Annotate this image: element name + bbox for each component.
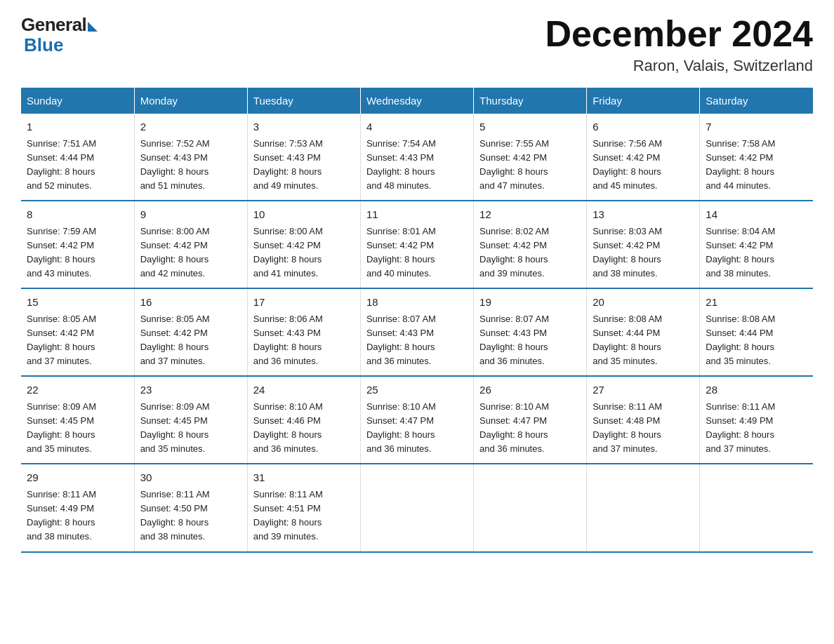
day-info: Sunrise: 8:10 AMSunset: 4:47 PMDaylight:… bbox=[479, 400, 581, 457]
day-number: 5 bbox=[479, 119, 581, 135]
location-label: Raron, Valais, Switzerland bbox=[545, 57, 813, 75]
day-cell: 26Sunrise: 8:10 AMSunset: 4:47 PMDayligh… bbox=[474, 376, 587, 464]
day-number: 4 bbox=[366, 119, 468, 135]
day-cell: 24Sunrise: 8:10 AMSunset: 4:46 PMDayligh… bbox=[247, 376, 360, 464]
day-cell: 23Sunrise: 8:09 AMSunset: 4:45 PMDayligh… bbox=[134, 376, 247, 464]
day-cell: 5Sunrise: 7:55 AMSunset: 4:42 PMDaylight… bbox=[474, 114, 587, 201]
day-info: Sunrise: 7:55 AMSunset: 4:42 PMDaylight:… bbox=[479, 137, 581, 194]
week-row-1: 1Sunrise: 7:51 AMSunset: 4:44 PMDaylight… bbox=[21, 114, 813, 201]
column-header-saturday: Saturday bbox=[700, 88, 813, 114]
day-number: 17 bbox=[253, 295, 355, 311]
day-number: 31 bbox=[253, 470, 355, 486]
day-cell: 10Sunrise: 8:00 AMSunset: 4:42 PMDayligh… bbox=[247, 201, 360, 288]
day-number: 14 bbox=[706, 207, 807, 223]
day-info: Sunrise: 7:51 AMSunset: 4:44 PMDaylight:… bbox=[27, 137, 128, 194]
day-info: Sunrise: 8:00 AMSunset: 4:42 PMDaylight:… bbox=[140, 224, 241, 281]
day-number: 7 bbox=[706, 119, 807, 135]
day-info: Sunrise: 8:02 AMSunset: 4:42 PMDaylight:… bbox=[479, 224, 581, 281]
calendar-header-row: SundayMondayTuesdayWednesdayThursdayFrid… bbox=[21, 88, 813, 114]
day-cell bbox=[587, 464, 700, 551]
day-info: Sunrise: 8:05 AMSunset: 4:42 PMDaylight:… bbox=[27, 312, 128, 369]
day-number: 24 bbox=[253, 382, 355, 398]
day-cell: 13Sunrise: 8:03 AMSunset: 4:42 PMDayligh… bbox=[587, 201, 700, 288]
day-cell: 18Sunrise: 8:07 AMSunset: 4:43 PMDayligh… bbox=[360, 288, 473, 376]
week-row-4: 22Sunrise: 8:09 AMSunset: 4:45 PMDayligh… bbox=[21, 376, 813, 464]
logo: General Blue bbox=[21, 14, 98, 56]
day-info: Sunrise: 8:01 AMSunset: 4:42 PMDaylight:… bbox=[366, 224, 468, 281]
day-number: 6 bbox=[593, 119, 694, 135]
day-number: 29 bbox=[27, 470, 128, 486]
day-info: Sunrise: 8:08 AMSunset: 4:44 PMDaylight:… bbox=[706, 312, 807, 369]
column-header-friday: Friday bbox=[587, 88, 700, 114]
column-header-sunday: Sunday bbox=[21, 88, 134, 114]
day-info: Sunrise: 8:11 AMSunset: 4:49 PMDaylight:… bbox=[27, 488, 128, 544]
page-header: General Blue December 2024 Raron, Valais… bbox=[21, 14, 813, 75]
day-cell: 30Sunrise: 8:11 AMSunset: 4:50 PMDayligh… bbox=[134, 464, 247, 551]
column-header-tuesday: Tuesday bbox=[247, 88, 360, 114]
day-cell bbox=[360, 464, 473, 551]
logo-triangle-icon bbox=[88, 22, 98, 32]
day-info: Sunrise: 7:53 AMSunset: 4:43 PMDaylight:… bbox=[253, 137, 355, 194]
day-number: 19 bbox=[479, 295, 581, 311]
day-cell: 14Sunrise: 8:04 AMSunset: 4:42 PMDayligh… bbox=[700, 201, 813, 288]
day-number: 20 bbox=[593, 295, 694, 311]
day-info: Sunrise: 8:07 AMSunset: 4:43 PMDaylight:… bbox=[479, 312, 581, 369]
day-cell: 20Sunrise: 8:08 AMSunset: 4:44 PMDayligh… bbox=[587, 288, 700, 376]
day-number: 12 bbox=[479, 207, 581, 223]
day-cell: 25Sunrise: 8:10 AMSunset: 4:47 PMDayligh… bbox=[360, 376, 473, 464]
day-number: 23 bbox=[140, 382, 241, 398]
day-cell: 28Sunrise: 8:11 AMSunset: 4:49 PMDayligh… bbox=[700, 376, 813, 464]
day-info: Sunrise: 7:59 AMSunset: 4:42 PMDaylight:… bbox=[27, 224, 128, 281]
calendar-table: SundayMondayTuesdayWednesdayThursdayFrid… bbox=[21, 88, 813, 552]
day-info: Sunrise: 8:07 AMSunset: 4:43 PMDaylight:… bbox=[366, 312, 468, 369]
day-cell: 21Sunrise: 8:08 AMSunset: 4:44 PMDayligh… bbox=[700, 288, 813, 376]
day-cell: 2Sunrise: 7:52 AMSunset: 4:43 PMDaylight… bbox=[134, 114, 247, 201]
logo-general-text: General bbox=[21, 14, 86, 36]
day-cell: 29Sunrise: 8:11 AMSunset: 4:49 PMDayligh… bbox=[21, 464, 134, 551]
day-number: 18 bbox=[366, 295, 468, 311]
column-header-monday: Monday bbox=[134, 88, 247, 114]
day-info: Sunrise: 8:11 AMSunset: 4:50 PMDaylight:… bbox=[140, 488, 241, 544]
day-info: Sunrise: 8:10 AMSunset: 4:46 PMDaylight:… bbox=[253, 400, 355, 457]
day-number: 8 bbox=[27, 207, 128, 223]
day-number: 11 bbox=[366, 207, 468, 223]
day-cell: 8Sunrise: 7:59 AMSunset: 4:42 PMDaylight… bbox=[21, 201, 134, 288]
header-right: December 2024 Raron, Valais, Switzerland bbox=[545, 14, 813, 75]
day-info: Sunrise: 8:11 AMSunset: 4:51 PMDaylight:… bbox=[253, 488, 355, 544]
column-header-thursday: Thursday bbox=[474, 88, 587, 114]
day-cell: 1Sunrise: 7:51 AMSunset: 4:44 PMDaylight… bbox=[21, 114, 134, 201]
day-number: 2 bbox=[140, 119, 241, 135]
day-number: 16 bbox=[140, 295, 241, 311]
day-number: 21 bbox=[706, 295, 807, 311]
day-number: 28 bbox=[706, 382, 807, 398]
day-number: 26 bbox=[479, 382, 581, 398]
day-info: Sunrise: 8:11 AMSunset: 4:49 PMDaylight:… bbox=[706, 400, 807, 457]
day-cell: 17Sunrise: 8:06 AMSunset: 4:43 PMDayligh… bbox=[247, 288, 360, 376]
day-info: Sunrise: 7:52 AMSunset: 4:43 PMDaylight:… bbox=[140, 137, 241, 194]
week-row-5: 29Sunrise: 8:11 AMSunset: 4:49 PMDayligh… bbox=[21, 464, 813, 551]
month-title: December 2024 bbox=[545, 14, 813, 54]
day-cell: 6Sunrise: 7:56 AMSunset: 4:42 PMDaylight… bbox=[587, 114, 700, 201]
day-cell bbox=[700, 464, 813, 551]
day-number: 30 bbox=[140, 470, 241, 486]
day-info: Sunrise: 8:09 AMSunset: 4:45 PMDaylight:… bbox=[27, 400, 128, 457]
day-cell: 11Sunrise: 8:01 AMSunset: 4:42 PMDayligh… bbox=[360, 201, 473, 288]
week-row-3: 15Sunrise: 8:05 AMSunset: 4:42 PMDayligh… bbox=[21, 288, 813, 376]
day-number: 9 bbox=[140, 207, 241, 223]
logo-blue-text: Blue bbox=[21, 34, 63, 56]
day-info: Sunrise: 8:11 AMSunset: 4:48 PMDaylight:… bbox=[593, 400, 694, 457]
day-cell: 9Sunrise: 8:00 AMSunset: 4:42 PMDaylight… bbox=[134, 201, 247, 288]
day-cell: 22Sunrise: 8:09 AMSunset: 4:45 PMDayligh… bbox=[21, 376, 134, 464]
day-cell: 4Sunrise: 7:54 AMSunset: 4:43 PMDaylight… bbox=[360, 114, 473, 201]
day-number: 25 bbox=[366, 382, 468, 398]
day-cell: 7Sunrise: 7:58 AMSunset: 4:42 PMDaylight… bbox=[700, 114, 813, 201]
day-number: 13 bbox=[593, 207, 694, 223]
column-header-wednesday: Wednesday bbox=[360, 88, 473, 114]
day-info: Sunrise: 8:04 AMSunset: 4:42 PMDaylight:… bbox=[706, 224, 807, 281]
day-number: 27 bbox=[593, 382, 694, 398]
day-cell: 3Sunrise: 7:53 AMSunset: 4:43 PMDaylight… bbox=[247, 114, 360, 201]
day-number: 15 bbox=[27, 295, 128, 311]
day-info: Sunrise: 8:09 AMSunset: 4:45 PMDaylight:… bbox=[140, 400, 241, 457]
day-number: 22 bbox=[27, 382, 128, 398]
day-number: 3 bbox=[253, 119, 355, 135]
